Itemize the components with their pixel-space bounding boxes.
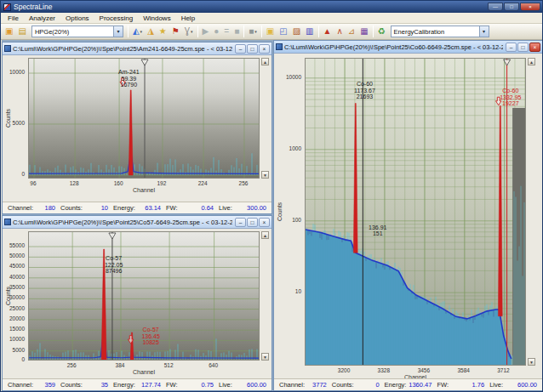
roi-icon[interactable]: ⊿ (346, 25, 357, 38)
window-titlebar[interactable]: C:\Lumi\Work\GP\HPGe(20%)\!Spe\Point25\C… (274, 41, 542, 54)
spectra-table-icon-glyph: ▤ (18, 26, 26, 37)
stop-icon[interactable]: ■ (232, 25, 241, 38)
peak-search-icon-glyph: ◭ (133, 26, 140, 37)
status-label: Counts: (60, 381, 83, 389)
window-titlebar[interactable]: C:\Lumi\Work\GP\HPGe(20%)\!Spe\Point25\A… (3, 43, 272, 55)
status-value: 0.64 (201, 204, 214, 212)
peak-flag-icon[interactable]: ⚑ (170, 25, 181, 38)
plot-area[interactable]: 5500050000450004000035000300002500020000… (3, 229, 272, 378)
scroll-down-button[interactable]: ▼ (528, 358, 535, 366)
status-value: 180 (44, 204, 55, 212)
gamma-analysis-icon[interactable]: Ɣ▾ (183, 25, 195, 38)
x-axis-tick: 3200 (338, 367, 350, 373)
status-label: Energy: (113, 204, 135, 212)
spectrum-canvas[interactable] (305, 58, 526, 366)
peak-label: Co-57122.0587496 (105, 255, 123, 275)
menu-item-options[interactable]: Options (60, 14, 94, 22)
detector-combo[interactable]: HPGe(20%)▾ (31, 26, 123, 37)
chevron-down-icon[interactable]: ▾ (479, 26, 489, 37)
status-label: FW: (166, 204, 178, 212)
delete-icon[interactable]: ♻ (376, 25, 387, 38)
report-icon[interactable]: ▨ (291, 25, 302, 38)
plot-area[interactable]: 1000010001001032003328345635843712Counts… (274, 54, 542, 378)
window-minimize-button[interactable]: – (235, 44, 246, 54)
toolbar-separator (318, 26, 319, 37)
stop-all-icon[interactable]: ■▾ (247, 25, 259, 38)
app-close-button[interactable]: × (520, 3, 540, 11)
peak-fit-icon[interactable]: ▲ (322, 25, 334, 38)
spectrum-canvas[interactable] (28, 58, 260, 179)
window-close-button[interactable]: × (259, 44, 270, 54)
peak-search-icon[interactable]: ◭▾ (131, 25, 144, 38)
app-titlebar[interactable]: SpectraLine — □ × (1, 1, 542, 13)
menu-item-windows[interactable]: Windows (138, 14, 175, 22)
window-minimize-button[interactable]: – (235, 218, 246, 227)
menu-item-help[interactable]: Help (176, 14, 200, 22)
peak-label: Co-57136.4510825 (141, 327, 159, 346)
window-maximize-button[interactable]: □ (517, 43, 529, 52)
chevron-down-icon[interactable]: ▾ (113, 26, 123, 37)
chart-view-icon[interactable]: ▥ (304, 25, 315, 38)
app-maximize-button[interactable]: □ (504, 3, 519, 11)
detector-config-icon[interactable]: ▣ (3, 25, 14, 38)
status-label: Channel: (279, 381, 305, 389)
x-axis-tick: 192 (157, 180, 167, 186)
menu-item-processing[interactable]: Processing (94, 14, 139, 22)
plot-area[interactable]: 100005000096128160192224256CountsChannel… (3, 55, 272, 202)
scroll-up-button[interactable]: ▲ (261, 58, 269, 65)
menu-item-file[interactable]: File (3, 14, 24, 22)
toolbar-separator (261, 26, 262, 37)
window-panel-icon[interactable]: ▦ (358, 25, 369, 38)
window-panel-icon-glyph: ▦ (360, 26, 368, 37)
delete-icon-glyph: ♻ (378, 26, 386, 37)
x-axis-tick: 256 (239, 180, 249, 186)
status-field: Live:600.00 (216, 381, 269, 389)
save-spectrum-icon[interactable]: ◰ (277, 25, 289, 38)
menu-item-analyzer[interactable]: Analyzer (24, 14, 60, 22)
y-axis-tick: 100 (292, 217, 301, 223)
window-titlebar[interactable]: C:\Lumi\Work\GP\HPGe(20%)\!Spe\Point25\C… (3, 216, 272, 229)
x-axis-label: Channel (133, 369, 155, 375)
status-field: FW:1.76 (434, 381, 487, 389)
chart-view-icon-glyph: ▥ (306, 26, 313, 37)
app-minimize-button[interactable]: — (488, 3, 503, 11)
report-icon-glyph: ▨ (293, 26, 300, 37)
start-acquisition-icon-glyph: ▶ (203, 26, 209, 37)
y-axis-tick: 0 (21, 171, 25, 177)
x-axis-tick: 160 (114, 180, 123, 186)
x-axis-tick: 224 (198, 180, 208, 186)
efficiency-star-icon[interactable]: ★ (157, 25, 169, 38)
record-icon[interactable]: ● (212, 25, 220, 38)
status-value: 127.74 (141, 381, 161, 389)
scroll-down-button[interactable]: ▼ (261, 353, 269, 361)
status-field: FW:0.64 (163, 204, 216, 212)
start-acquisition-icon[interactable]: ▶ (201, 25, 211, 38)
status-value: 0 (375, 381, 379, 389)
record-icon-glyph: ● (214, 26, 219, 37)
status-field: Channel:3772 (277, 381, 329, 389)
scroll-up-button[interactable]: ▲ (528, 58, 535, 65)
y-axis-tick: 0 (21, 356, 25, 362)
scroll-up-button[interactable]: ▲ (261, 231, 269, 239)
peak-area-icon[interactable]: ∧ (334, 25, 344, 38)
open-spectrum-icon[interactable]: ▣ (265, 25, 276, 38)
window-maximize-button[interactable]: □ (247, 44, 258, 54)
x-axis-label: Channel (133, 187, 155, 193)
y-axis-tick: 1000 (289, 145, 301, 151)
spectra-table-icon[interactable]: ▤ (16, 25, 27, 38)
x-axis-tick: 640 (209, 362, 218, 368)
calibration-combo[interactable]: EnergyCalibration▾ (391, 26, 489, 37)
spectrum-window-am241: C:\Lumi\Work\GP\HPGe(20%)\!Spe\Point25\A… (2, 42, 272, 214)
pause-icon[interactable]: = (222, 25, 231, 38)
y-axis-tick: 15000 (9, 326, 25, 332)
window-close-button[interactable]: × (259, 218, 270, 227)
pause-icon-glyph: = (224, 26, 229, 37)
window-maximize-button[interactable]: □ (247, 218, 258, 227)
scroll-down-button[interactable]: ▼ (261, 171, 269, 179)
toolbar: ▣▤HPGe(20%)▾◭▾◮★⚑Ɣ▾▶●=■■▾▣◰▨▥▲∧⊿▦♻Energy… (1, 24, 542, 40)
window-close-button[interactable]: × (529, 43, 540, 52)
window-minimize-button[interactable]: – (506, 43, 517, 52)
x-axis-tick: 128 (70, 180, 79, 186)
peak-flag-icon-glyph: ⚑ (172, 26, 180, 37)
energy-calibration-icon[interactable]: ◮ (146, 25, 156, 38)
